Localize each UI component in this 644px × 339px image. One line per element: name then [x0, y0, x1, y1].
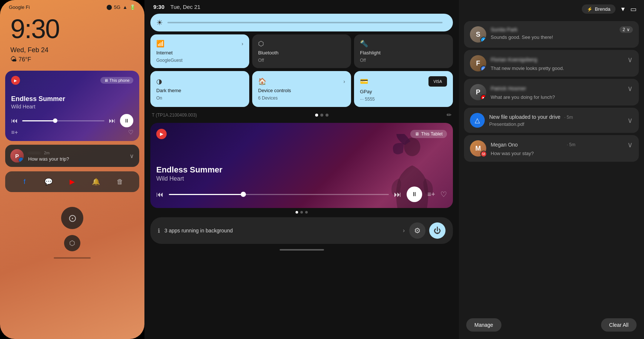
- this-phone-label: This phone: [110, 78, 130, 83]
- this-tablet-badge: 🖥 This Tablet: [410, 130, 447, 138]
- overview-button[interactable]: ⬡: [64, 235, 80, 251]
- messenger-icon[interactable]: 💬: [43, 176, 54, 188]
- this-tablet-label: This Tablet: [421, 131, 443, 137]
- expand-patrick-button[interactable]: ∨: [627, 84, 633, 93]
- bell-icon[interactable]: 🔔: [90, 176, 102, 188]
- sender-name-patrick: Patrick Hosmer: [491, 85, 526, 91]
- qs-build-info: T (TP1A.2100409.003) ✏: [150, 110, 453, 120]
- quick-settings-grid: 📶 › Internet GoogleGuest ⬡ Bluetooth Off…: [150, 34, 453, 107]
- tablet-panel: 9:30 Tue, Dec 21 ☀ 📶 › Internet GoogleGu…: [144, 0, 459, 339]
- drive-notification-title: New file uploaded to your drive: [489, 114, 560, 120]
- camera-dot: [107, 5, 112, 10]
- bluetooth-status: Off: [258, 58, 345, 63]
- bluetooth-icon: ⬡: [258, 40, 264, 48]
- app-badge: [19, 157, 24, 162]
- music-progress-bar[interactable]: [22, 120, 104, 121]
- background-apps-bar[interactable]: ℹ 3 apps running in background › ⚙ ⏻: [150, 217, 453, 244]
- media-progress-fill: [169, 194, 246, 195]
- media-page-dot-3: [305, 211, 308, 214]
- notification-item-sunita[interactable]: S t Sunita Park 2 ∨ Sounds good. See you…: [464, 21, 639, 48]
- facebook-icon[interactable]: f: [19, 176, 30, 188]
- qs-tile-bluetooth[interactable]: ⬡ Bluetooth Off: [252, 34, 351, 68]
- media-next-button[interactable]: ⏭: [394, 190, 401, 199]
- gpay-subtitle: ··· 5555: [360, 97, 447, 102]
- flashlight-status: Off: [360, 58, 447, 63]
- qs-tile-dark-theme[interactable]: ◑ Dark theme On: [150, 71, 249, 107]
- phone-time: 9:30: [0, 10, 144, 44]
- youtube-icon[interactable]: ▶: [66, 176, 78, 188]
- charging-icon: ⚡: [587, 7, 593, 12]
- power-button[interactable]: ⏻: [429, 222, 446, 239]
- app-dock: f 💬 ▶ 🔔 🗑: [5, 171, 139, 192]
- media-playlist-icon[interactable]: ≡+: [427, 191, 435, 198]
- notification-item-patrick[interactable]: P ▶ Patrick Hosmer ∨ What are you doing …: [464, 79, 639, 105]
- internet-title: Internet: [156, 50, 243, 56]
- media-progress-track[interactable]: [169, 194, 389, 195]
- tablet-media-player[interactable]: ▶ 🖥 This Tablet Endless Summer Wild Hear…: [150, 123, 453, 208]
- notification-avatar: P: [10, 149, 24, 162]
- media-progress-dot: [241, 192, 246, 197]
- qs-tile-flashlight[interactable]: 🔦 Flashlight Off: [354, 34, 453, 68]
- notification-expand-button[interactable]: ∨: [130, 152, 134, 160]
- notification-item-drive[interactable]: △ New file uploaded to your drive · 5m P…: [464, 108, 639, 133]
- phone-music-widget[interactable]: ▶ 🖥 This phone Endless Summer Wild Heart…: [5, 71, 139, 141]
- phone-status-bar: Google Fi 5G ▲ 🔋: [0, 0, 144, 10]
- flashlight-icon: 🔦: [360, 40, 368, 48]
- expand-drive-button[interactable]: ∨: [627, 116, 633, 125]
- playlist-icon[interactable]: ≡+: [11, 129, 18, 136]
- sender-name-florian: Florian Koenigsberg: [491, 57, 537, 63]
- tablet-screen-icon: 🖥: [415, 131, 419, 137]
- media-page-dot-1: [296, 211, 298, 214]
- brightness-slider-container[interactable]: ☀: [150, 14, 453, 31]
- notifications-list: S t Sunita Park 2 ∨ Sounds good. See you…: [459, 18, 644, 313]
- build-number: T (TP1A.2100409.003): [152, 113, 197, 118]
- internet-subtitle: GoogleGuest: [156, 58, 243, 63]
- phone-notification[interactable]: P ·········· 2m How was your trip? ∨: [5, 145, 139, 167]
- qs-tile-device-controls[interactable]: 🏠 › Device controls 6 Devices: [252, 71, 351, 107]
- notification-item-megan[interactable]: M M Megan Ono · 5m ∨ How was your stay?: [464, 135, 639, 162]
- next-button[interactable]: ⏭: [109, 117, 116, 125]
- notification-panel: ⚡ Brenda ▼ ▭ S t Sunita Park 2: [459, 0, 644, 339]
- gpay-card-icon: VISA: [428, 76, 447, 87]
- media-pause-button[interactable]: ⏸: [407, 187, 422, 202]
- drive-icon: △: [470, 113, 485, 128]
- avatar-megan: M M: [470, 140, 486, 157]
- qs-tile-internet[interactable]: 📶 › Internet GoogleGuest: [150, 34, 249, 68]
- clear-all-button[interactable]: Clear All: [601, 318, 637, 332]
- media-prev-button[interactable]: ⏮: [156, 190, 164, 199]
- phone-music-artist: Wild Heart: [11, 104, 133, 110]
- heart-icon[interactable]: ♡: [128, 129, 133, 136]
- notifications-footer: Manage Clear All: [459, 313, 644, 339]
- fingerprint-button[interactable]: ⊙: [61, 207, 83, 229]
- manage-button[interactable]: Manage: [466, 318, 501, 332]
- notification-item-florian[interactable]: F G Florian Koenigsberg ∨ That new movie…: [464, 50, 639, 77]
- signal-icon: ▲: [123, 4, 127, 10]
- page-dot-1: [315, 114, 318, 117]
- gpay-icon: 💳: [360, 77, 368, 85]
- google-badge: G: [480, 66, 486, 71]
- media-heart-icon[interactable]: ♡: [440, 190, 447, 199]
- temperature-label: 76°F: [19, 56, 31, 63]
- settings-button[interactable]: ⚙: [409, 222, 426, 239]
- wifi-qs-icon: 📶: [156, 40, 164, 48]
- expand-florian-button[interactable]: ∨: [627, 55, 633, 64]
- trash-icon[interactable]: 🗑: [114, 176, 126, 188]
- weather-icon: 🌤: [10, 56, 17, 63]
- quick-settings-panel: ☀ 📶 › Internet GoogleGuest ⬡ Bluetooth O…: [144, 14, 459, 120]
- notification-message-megan: How was your stay?: [491, 151, 633, 156]
- gpay-title: GPay: [360, 89, 447, 94]
- media-play-icon: ▶: [156, 129, 167, 139]
- prev-button[interactable]: ⏮: [11, 117, 18, 125]
- media-page-dot-2: [300, 211, 303, 214]
- qs-tile-gpay[interactable]: 💳 VISA GPay ··· 5555: [354, 71, 453, 107]
- pause-button[interactable]: ⏸: [120, 114, 133, 127]
- phone-panel: Google Fi 5G ▲ 🔋 9:30 Wed, Feb 24 🌤 76°F…: [0, 0, 144, 339]
- notification-message-florian: That new movie looks pretty good.: [491, 66, 633, 71]
- sender-name-megan: Megan Ono: [491, 142, 518, 148]
- bg-running-text: 3 apps running in background: [164, 228, 398, 234]
- expand-megan-button[interactable]: ∨: [627, 140, 633, 149]
- edit-icon[interactable]: ✏: [447, 111, 451, 118]
- brightness-icon: ☀: [156, 18, 163, 27]
- tablet-home-indicator: [280, 249, 324, 251]
- brightness-track[interactable]: [167, 22, 443, 23]
